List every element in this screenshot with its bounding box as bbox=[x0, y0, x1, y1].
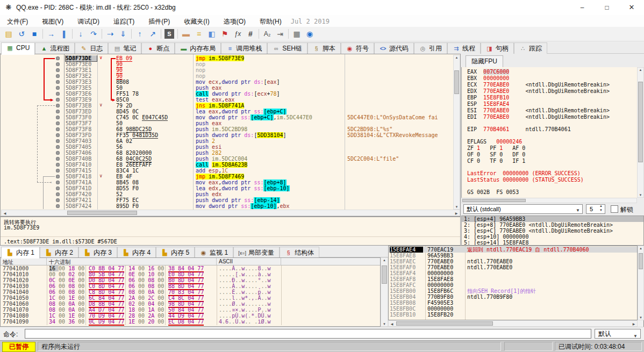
hex-row[interactable]: 770410801C 00 1E 0070 D9 04 7728 00 2A 0… bbox=[1, 313, 380, 319]
disasm-row[interactable]: 5D8F740B68 04C0C25Dpush im.5DC2C0045DC2C… bbox=[1, 156, 453, 162]
stack-pane[interactable]: 15E8FAE4770EAC19返回到 ntdll.770EAC19 自 ntd… bbox=[388, 246, 638, 320]
stack-row[interactable]: 15E8FAF400000000 bbox=[389, 270, 637, 276]
disasm-vscrollbar[interactable]: ▲ ▼ bbox=[453, 55, 460, 210]
calling-convention-select[interactable]: 默认 (stdcall) ▼ bbox=[463, 204, 583, 214]
register-line[interactable] bbox=[467, 183, 637, 189]
stack-row[interactable]: 15E8FB0015E8FB6C指向SEH_Record[1]的指针 bbox=[389, 288, 637, 294]
stack-argument-row[interactable]: 3: [esp+C] 770EABE0 <ntdll.DbgUiRemoteBr… bbox=[462, 228, 643, 234]
register-line[interactable]: ESP 15E8FAE4 bbox=[467, 101, 637, 107]
register-line[interactable]: EIP 770B4061 ntdll.770B4061 bbox=[467, 126, 637, 133]
tab-graph[interactable]: ▲流程图 bbox=[35, 42, 75, 55]
menu-item-6[interactable]: 选项(O) bbox=[217, 15, 253, 27]
function-icon[interactable]: ƒx bbox=[231, 28, 244, 40]
hexdump-pane[interactable]: 地址 十六进制 ASCII 7704100016 00 18 00C0 8B 0… bbox=[0, 257, 381, 327]
register-line[interactable]: ECX 770EABE0 <ntdll.DbgUiRemoteBreakin> bbox=[467, 82, 637, 88]
step-out-icon[interactable]: ↑ bbox=[133, 28, 146, 40]
stack-row[interactable]: 15E8FB08F45905E3 bbox=[389, 300, 637, 306]
disasm-row[interactable]: 5D8F740668 82020000push 282 bbox=[1, 150, 453, 156]
menu-item-2[interactable]: 调试(D) bbox=[70, 15, 106, 27]
scroll-thumb[interactable] bbox=[382, 265, 387, 284]
disasm-row[interactable]: 5D8F73EB∨79 2Djns im.5D8F741A bbox=[1, 103, 453, 109]
step-over-icon[interactable]: ↷ bbox=[87, 28, 100, 40]
tab-thr[interactable]: ⇉线程 bbox=[447, 42, 481, 55]
register-line[interactable]: EAX 007C6000 bbox=[467, 69, 637, 75]
hex-row[interactable]: 7704100016 00 18 00C0 8B 04 7714 00 16 0… bbox=[1, 265, 380, 271]
disasm-row[interactable]: 5D8F73E6FF51 78call dword ptr ds:[ecx+78… bbox=[1, 91, 453, 97]
registers-body[interactable]: EAX 007C6000EBX 00000000ECX 770EABE0 <nt… bbox=[461, 67, 637, 198]
world-icon[interactable]: ◉ bbox=[303, 28, 316, 40]
scroll-thumb[interactable] bbox=[639, 253, 643, 269]
tab-内存3[interactable]: ▙内存 3 bbox=[78, 247, 117, 258]
disasm-row[interactable]: 5D8F73F750push eax bbox=[1, 120, 453, 126]
register-line[interactable]: LastStatus 00000000 (STATUS_SUCCESS) bbox=[467, 177, 637, 183]
comment-icon[interactable]: ≡ bbox=[192, 28, 205, 40]
hash-icon[interactable]: # bbox=[244, 28, 257, 40]
disasm-row[interactable]: 5D8F7418∨EB 4Fjmp im.5D8F7469 bbox=[1, 174, 453, 179]
scroll-down-icon[interactable]: ▼ bbox=[638, 316, 643, 319]
stack-row[interactable]: 15E8FB04770B9F80ntdll.770B9F80 bbox=[389, 294, 637, 300]
stack-argument-row[interactable]: 2: [esp+8] 770EABE0 <ntdll.DbgUiRemoteBr… bbox=[462, 222, 643, 228]
unlock-checkbox[interactable] bbox=[611, 205, 618, 213]
pause-icon[interactable]: ∥ bbox=[58, 28, 70, 40]
patch-icon[interactable]: ▬ bbox=[180, 28, 192, 40]
run-to-user-code-icon[interactable]: ↗ bbox=[146, 28, 159, 40]
scroll-thumb[interactable] bbox=[396, 321, 493, 326]
register-line[interactable]: GS 002B FS 0053 bbox=[467, 189, 637, 196]
register-line[interactable]: EBX 00000000 bbox=[467, 75, 637, 82]
register-line[interactable] bbox=[467, 164, 637, 170]
minimize-button[interactable]: – bbox=[570, 0, 595, 15]
disasm-row[interactable]: 5D8F73F868 98BDC25Dpush im.5DC2BD985DC2B… bbox=[1, 126, 453, 132]
hex-row[interactable]: 770410200C 00 0E 00D0 8D 04 7706 00 08 0… bbox=[1, 277, 380, 283]
tab-trc[interactable]: ∴跟踪 bbox=[514, 42, 547, 55]
scroll-thumb[interactable] bbox=[454, 70, 459, 94]
register-line[interactable]: ESI 770EABE0 <ntdll.DbgUiRemoteBreakin> bbox=[467, 107, 637, 114]
hex-row[interactable]: 7704101000 00 02 0080 5B 04 770E 00 10 0… bbox=[1, 271, 380, 277]
disasm-row[interactable]: 5D8F7410E8 26EEFAFFcall im.5D8A623B bbox=[1, 162, 453, 168]
disasm-row[interactable]: 5D8F74036A 02push 2 bbox=[1, 138, 453, 144]
maximize-button[interactable]: □ bbox=[595, 0, 619, 15]
register-line[interactable] bbox=[467, 120, 637, 126]
step-into-icon[interactable]: ↓ bbox=[74, 28, 87, 40]
scroll-down-icon[interactable]: ▼ bbox=[454, 205, 460, 209]
tab-内存5[interactable]: ▙内存 5 bbox=[156, 247, 195, 258]
disasm-row[interactable]: 5D8F73DE∨EB 09jmp im.5D8F73E9 bbox=[1, 55, 453, 61]
stack-argument-row[interactable]: 1: [esp+4] 96A59BB3 bbox=[462, 216, 643, 222]
menu-item-4[interactable]: 插件(P) bbox=[141, 15, 177, 27]
tab-script[interactable]: §脚本 bbox=[307, 42, 341, 55]
label-icon[interactable]: ◧ bbox=[205, 28, 218, 40]
execute-till-return-icon[interactable]: ⇓ bbox=[117, 28, 130, 40]
stack-row[interactable]: 15E8FAE4770EAC19返回到 ntdll.770EAC19 自 ntd… bbox=[389, 247, 637, 253]
stack-row[interactable]: 15E8FAEC770EABE0ntdll.770EABE0 bbox=[389, 258, 637, 264]
stack-row[interactable]: 15E8FAF815E8FAE8 bbox=[389, 276, 637, 282]
command-profile-select[interactable]: 默认 ▼ bbox=[595, 329, 641, 339]
disassembly-pane[interactable]: 5D8F73DE∨EB 09jmp im.5D8F73E95D8F73E090n… bbox=[0, 54, 461, 217]
stack-argument-row[interactable]: 5: [esp+14] 15E8FAE8 bbox=[462, 240, 643, 246]
disasm-row[interactable]: 5D8F7421FF75 ECpush dword ptr ss:[ebp-14… bbox=[1, 197, 453, 203]
scroll-thumb[interactable] bbox=[638, 82, 643, 162]
tab-loc[interactable]: [x=]局部变量 bbox=[233, 247, 280, 258]
tab-sym[interactable]: ◉符号 bbox=[341, 42, 374, 55]
tab-struct[interactable]: §结构体 bbox=[280, 247, 319, 258]
register-line[interactable]: LastError 00000000 (ERROR_SUCCESS) bbox=[467, 170, 637, 177]
run-icon[interactable]: → bbox=[45, 28, 58, 40]
stack-row[interactable]: 15E8FAE896A59BB3 bbox=[389, 253, 637, 258]
registers-hscrollbar[interactable] bbox=[461, 198, 637, 203]
register-line[interactable]: EBP 15E8FB10 bbox=[467, 95, 637, 101]
hex-row[interactable]: 7704109034 00 36 000C D9 04 771E 00 20 0… bbox=[1, 319, 380, 325]
bookmark-icon[interactable]: ⚑ bbox=[218, 28, 231, 40]
disasm-row[interactable]: 5D8F73E090nop bbox=[1, 61, 453, 67]
disasm-row[interactable]: 5D8F7424895D F0mov dword ptr ss:[ebp-10]… bbox=[1, 203, 453, 209]
scroll-left-icon[interactable]: ◀ bbox=[389, 322, 395, 326]
stepper-arrows-icon[interactable]: ▲▼ bbox=[598, 204, 604, 212]
tab-notes[interactable]: ▤笔记 bbox=[108, 42, 141, 55]
tab-watch[interactable]: ◉监视 1 bbox=[195, 247, 233, 258]
scroll-up-icon[interactable]: ▲ bbox=[638, 247, 643, 250]
menu-item-7[interactable]: 帮助(H) bbox=[253, 15, 289, 27]
stack-row[interactable]: 15E8FAFC00000000 bbox=[389, 282, 637, 288]
run-to-cursor-icon[interactable]: ⇢ bbox=[104, 28, 117, 40]
stack-row[interactable]: 15E8FAF0770EABE0ntdll.770EABE0 bbox=[389, 264, 637, 270]
hide-fpu-button[interactable]: 隐藏FPU bbox=[466, 55, 503, 68]
register-line[interactable] bbox=[467, 133, 637, 139]
disasm-row[interactable]: 5D8F73ED8D45 0Clea eax,dword ptr ss:[ebp… bbox=[1, 109, 453, 114]
tab-内存4[interactable]: ▙内存 4 bbox=[117, 247, 156, 258]
